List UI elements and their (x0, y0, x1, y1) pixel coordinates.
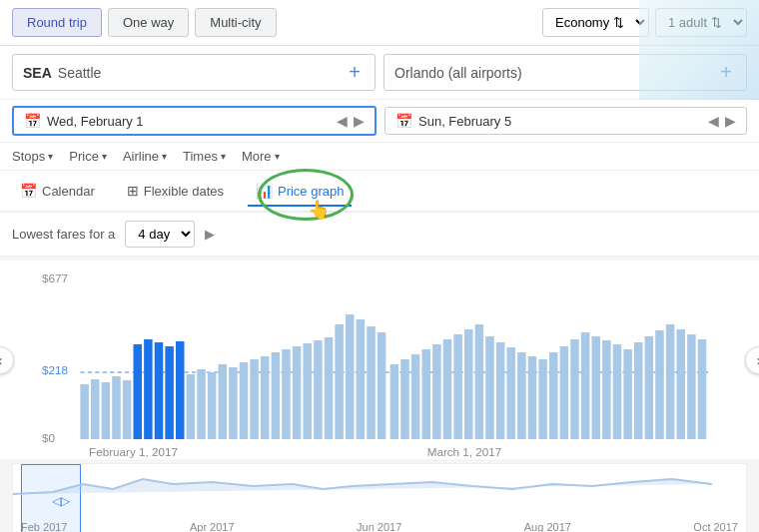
bar-56 (666, 324, 675, 439)
mini-label-apr: Apr 2017 (190, 521, 235, 532)
bar-40 (496, 342, 505, 439)
bar-33 (422, 349, 431, 439)
bar-27 (357, 319, 366, 439)
destination-text: Orlando (all airports) (394, 65, 522, 81)
bar-59 (698, 339, 707, 439)
calendar-tab-label: Calendar (42, 184, 95, 199)
airline-filter[interactable]: Airline (123, 149, 167, 164)
date-row: 📅 Wed, February 1 ◀ ▶ 📅 Sun, February 5 … (0, 100, 759, 143)
bar-37 (464, 329, 473, 439)
departure-date-text: Wed, February 1 (47, 114, 331, 129)
bar-19 (272, 352, 281, 439)
mini-label-feb: Feb 2017 (21, 521, 67, 532)
bar-45 (549, 352, 558, 439)
filter-row: Stops Price Airline Times More (0, 143, 759, 171)
mini-label-jun: Jun 2017 (357, 521, 401, 532)
bar-35 (443, 339, 452, 439)
bar-58 (687, 334, 696, 439)
price-filter[interactable]: Price (69, 149, 107, 164)
bar-16 (240, 362, 249, 439)
depart-next-button[interactable]: ▶ (354, 113, 365, 129)
mini-overview-chart (13, 464, 746, 519)
depart-prev-button[interactable]: ◀ (337, 113, 348, 129)
bar-54 (645, 336, 654, 439)
price-bar-chart: $677 $218 $0 (40, 265, 719, 459)
bar-17 (250, 359, 259, 439)
bar-29 (378, 332, 386, 439)
flexible-dates-label: Flexible dates (144, 184, 224, 199)
price-high-label: $677 (42, 272, 68, 284)
bar-9-selected (165, 346, 174, 439)
price-graph-tab[interactable]: 📊 Price graph (248, 177, 352, 207)
calendar-icon-depart: 📅 (24, 113, 41, 129)
day-duration-select[interactable]: 4 day 1 day 2 day 3 day 5 day 7 day (125, 221, 195, 248)
bar-5 (123, 380, 132, 439)
bar-11 (187, 374, 196, 439)
bar-30 (390, 364, 399, 439)
bar-15 (229, 367, 238, 439)
chart-right-nav[interactable]: › (745, 346, 759, 374)
bar-31 (400, 359, 409, 439)
bar-49 (592, 336, 601, 439)
calendar-tab-icon: 📅 (20, 183, 37, 199)
times-filter[interactable]: Times (183, 149, 226, 164)
mini-label-oct: Oct 2017 (693, 521, 738, 532)
map-background (639, 0, 759, 100)
lowest-fares-label: Lowest fares for a (12, 227, 115, 242)
bar-41 (507, 347, 516, 439)
add-origin-button[interactable]: + (345, 61, 365, 84)
multi-city-button[interactable]: Multi-city (195, 8, 276, 37)
mini-label-aug: Aug 2017 (524, 521, 571, 532)
stops-filter[interactable]: Stops (12, 149, 53, 164)
bar-18 (261, 356, 270, 439)
origin-input-box[interactable]: SEA Seattle + (12, 54, 376, 91)
bar-10-selected (176, 341, 185, 439)
x-label-feb: February 1, 2017 (89, 446, 178, 458)
bar-38 (475, 324, 484, 439)
bar-26 (346, 314, 355, 439)
more-filter[interactable]: More (242, 149, 280, 164)
return-prev-button[interactable]: ◀ (708, 113, 719, 129)
bar-47 (570, 339, 579, 439)
bar-1 (80, 384, 89, 439)
bar-24 (325, 337, 334, 439)
bar-36 (453, 334, 462, 439)
round-trip-button[interactable]: Round trip (12, 8, 102, 37)
bar-28 (367, 326, 376, 439)
flexible-dates-tab[interactable]: ⊞ Flexible dates (119, 177, 232, 205)
price-graph-label: Price graph (278, 184, 344, 199)
bar-39 (485, 336, 494, 439)
one-way-button[interactable]: One way (108, 8, 189, 37)
bar-43 (528, 356, 537, 439)
bar-2 (91, 379, 100, 439)
bar-25 (335, 324, 344, 439)
class-selector[interactable]: Economy ⇅ (542, 8, 649, 37)
bar-46 (560, 346, 569, 439)
bar-23 (314, 340, 323, 439)
bar-chart-icon: 📊 (256, 183, 273, 199)
return-next-button[interactable]: ▶ (725, 113, 736, 129)
lowest-fares-row: Lowest fares for a 4 day 1 day 2 day 3 d… (0, 213, 759, 257)
bar-12 (197, 369, 206, 439)
bar-51 (613, 344, 622, 439)
calendar-tab[interactable]: 📅 Calendar (12, 177, 103, 205)
mini-chart-area: ◁▷ Feb 2017 Apr 2017 Jun 2017 Aug 2017 O… (12, 463, 747, 532)
bar-53 (634, 342, 643, 439)
bar-8-selected (155, 342, 164, 439)
bar-7-selected (144, 339, 153, 439)
x-label-mar: March 1, 2017 (427, 446, 502, 458)
return-date-box[interactable]: 📅 Sun, February 5 ◀ ▶ (384, 107, 747, 135)
origin-city: Seattle (58, 65, 102, 81)
chart-left-nav[interactable]: ‹ (0, 346, 14, 374)
bar-32 (411, 354, 420, 439)
bar-14 (219, 364, 228, 439)
duration-next-arrow[interactable]: ▶ (205, 227, 215, 242)
bar-44 (538, 359, 547, 439)
bar-57 (677, 329, 686, 439)
departure-date-box[interactable]: 📅 Wed, February 1 ◀ ▶ (12, 106, 377, 136)
bar-55 (655, 330, 664, 439)
price-low-label: $0 (42, 432, 55, 444)
grid-icon: ⊞ (127, 183, 139, 199)
bar-3 (102, 382, 111, 439)
bar-50 (602, 340, 611, 439)
